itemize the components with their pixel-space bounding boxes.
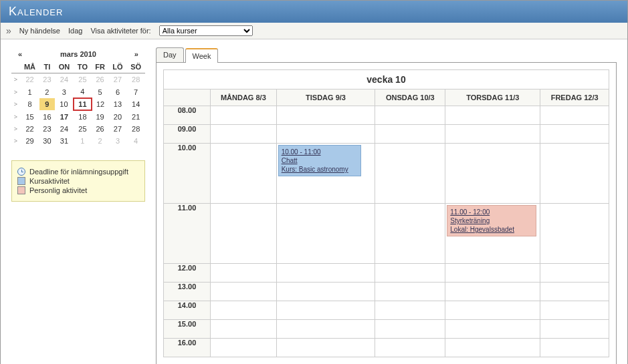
time-cell[interactable] [375,144,445,204]
mini-day[interactable]: 2 [92,135,109,147]
time-cell[interactable] [540,301,609,320]
mini-day[interactable]: 14 [126,98,145,110]
mini-day[interactable]: 22 [20,73,39,86]
mini-day[interactable]: 27 [109,123,127,135]
time-cell[interactable] [540,106,609,125]
mini-day[interactable]: 17 [55,110,74,123]
mini-day[interactable]: 24 [55,123,74,135]
mini-day[interactable]: 8 [20,98,39,110]
mini-day[interactable]: 13 [109,98,127,110]
mini-day[interactable]: 2 [39,85,55,98]
time-cell[interactable] [276,301,375,320]
time-cell[interactable] [540,264,609,283]
time-cell[interactable] [375,320,445,339]
time-cell[interactable] [540,283,609,301]
time-cell[interactable] [276,283,375,301]
time-cell[interactable] [540,125,609,144]
mini-day[interactable]: 7 [126,85,145,98]
time-cell[interactable] [211,106,277,125]
time-cell[interactable] [211,301,277,320]
time-cell[interactable] [445,320,540,339]
week-link[interactable]: > [11,98,20,110]
week-link[interactable]: > [11,135,20,147]
mini-day[interactable]: 22 [20,123,39,135]
time-cell[interactable] [445,264,540,283]
mini-day[interactable]: 1 [20,85,39,98]
week-link[interactable]: > [11,123,20,135]
time-cell[interactable] [375,125,445,144]
time-cell[interactable] [211,144,277,204]
time-cell[interactable] [276,106,375,125]
today-link[interactable]: Idag [68,27,82,35]
time-cell[interactable] [211,320,277,339]
mini-day[interactable]: 29 [20,135,39,147]
time-cell[interactable] [211,283,277,301]
time-cell[interactable] [375,283,445,301]
mini-day[interactable]: 4 [126,135,145,147]
mini-day[interactable]: 28 [126,123,145,135]
time-cell[interactable] [211,264,277,283]
mini-day[interactable]: 12 [92,98,109,110]
mini-day[interactable]: 3 [109,135,127,147]
mini-day[interactable]: 23 [39,123,55,135]
mini-day[interactable]: 15 [20,110,39,123]
time-cell[interactable] [540,339,609,357]
mini-day[interactable]: 18 [74,110,91,123]
mini-day[interactable]: 27 [109,73,127,86]
time-cell[interactable] [276,125,375,144]
mini-day[interactable]: 4 [74,85,91,98]
mini-day[interactable]: 30 [39,135,55,147]
mini-day[interactable]: 26 [92,123,109,135]
mini-day[interactable]: 25 [74,73,91,86]
mini-day[interactable]: 20 [109,110,127,123]
mini-day[interactable]: 16 [39,110,55,123]
time-cell[interactable] [445,283,540,301]
time-cell[interactable] [445,125,540,144]
mini-day[interactable]: 23 [39,73,55,86]
time-cell[interactable] [375,204,445,264]
mini-day[interactable]: 25 [74,123,91,135]
course-filter-select[interactable]: Alla kurser [159,25,253,36]
mini-day[interactable]: 21 [126,110,145,123]
mini-day[interactable]: 1 [74,135,91,147]
week-link[interactable]: > [11,110,20,123]
time-cell[interactable] [276,204,375,264]
mini-day[interactable]: 5 [92,85,109,98]
mini-day[interactable]: 31 [55,135,74,147]
week-link[interactable]: > [11,85,20,98]
time-cell[interactable] [211,204,277,264]
time-cell[interactable] [445,144,540,204]
time-cell[interactable] [445,301,540,320]
mini-day[interactable]: 26 [92,73,109,86]
time-cell[interactable] [540,204,609,264]
mini-day[interactable]: 24 [55,73,74,86]
expand-sidebar-icon[interactable]: » [6,25,11,36]
time-cell[interactable] [540,144,609,204]
time-cell[interactable] [375,264,445,283]
time-cell[interactable] [276,320,375,339]
mini-day[interactable]: 3 [55,85,74,98]
time-cell[interactable]: 11.00 - 12:00 Styrketräning Lokal: Hgeva… [445,204,540,264]
mini-day[interactable]: 6 [109,85,127,98]
event-personal[interactable]: 11.00 - 12:00 Styrketräning Lokal: Hgeva… [447,205,536,236]
time-cell[interactable] [276,339,375,357]
time-cell[interactable] [445,106,540,125]
next-month-button[interactable]: » [134,50,138,58]
week-link[interactable]: > [11,73,20,86]
time-cell[interactable] [445,339,540,357]
time-cell[interactable] [211,125,277,144]
time-cell[interactable] [211,339,277,357]
prev-month-button[interactable]: « [18,50,22,58]
time-cell[interactable] [540,320,609,339]
mini-day[interactable]: 19 [92,110,109,123]
time-cell[interactable] [375,339,445,357]
tab-day[interactable]: Day [156,47,184,62]
time-cell[interactable] [375,301,445,320]
new-event-link[interactable]: Ny händelse [19,27,60,35]
mini-day[interactable]: 10 [55,98,74,110]
tab-week[interactable]: Week [185,48,219,63]
time-cell[interactable]: 10.00 - 11:00 Chatt Kurs: Basic astronom… [276,144,375,204]
time-cell[interactable] [276,264,375,283]
mini-day[interactable]: 9 [39,98,55,110]
mini-day[interactable]: 28 [126,73,145,86]
